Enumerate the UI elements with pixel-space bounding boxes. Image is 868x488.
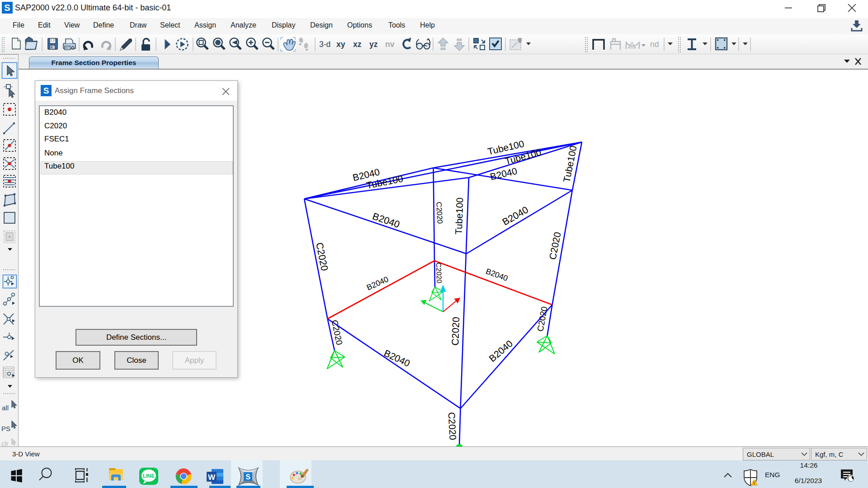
svg-text:Tube100: Tube100 — [561, 145, 578, 183]
svg-text:nv: nv — [385, 40, 395, 49]
svg-text:S: S — [245, 473, 250, 481]
svg-text:B2040: B2040 — [487, 338, 514, 364]
svg-text:xz: xz — [353, 40, 362, 49]
svg-text:C2020: C2020 — [535, 306, 549, 333]
svg-text:LINE: LINE — [143, 473, 155, 479]
svg-text:ENG: ENG — [765, 471, 780, 479]
svg-text:C2020: C2020 — [446, 412, 458, 440]
svg-text:C2020: C2020 — [314, 242, 330, 272]
svg-text:PS: PS — [1, 425, 10, 432]
svg-text:clr: clr — [1, 440, 9, 446]
svg-text:C2020: C2020 — [435, 263, 443, 284]
svg-text:yz: yz — [369, 40, 378, 49]
svg-text:B2040: B2040 — [371, 211, 401, 230]
svg-text:B2040: B2040 — [365, 274, 390, 292]
svg-text:14:26: 14:26 — [800, 461, 818, 469]
svg-text:6/1/2023: 6/1/2023 — [795, 477, 822, 484]
svg-text:all: all — [2, 404, 9, 412]
svg-text:3-d: 3-d — [319, 40, 330, 49]
svg-text:Tube100: Tube100 — [453, 197, 465, 235]
svg-text:W: W — [208, 473, 216, 482]
svg-text:xy: xy — [336, 40, 345, 49]
svg-text:nd: nd — [650, 40, 659, 49]
svg-text:C2020: C2020 — [450, 317, 462, 346]
svg-text:C2020: C2020 — [330, 319, 344, 346]
svg-text:C2020: C2020 — [435, 202, 444, 224]
